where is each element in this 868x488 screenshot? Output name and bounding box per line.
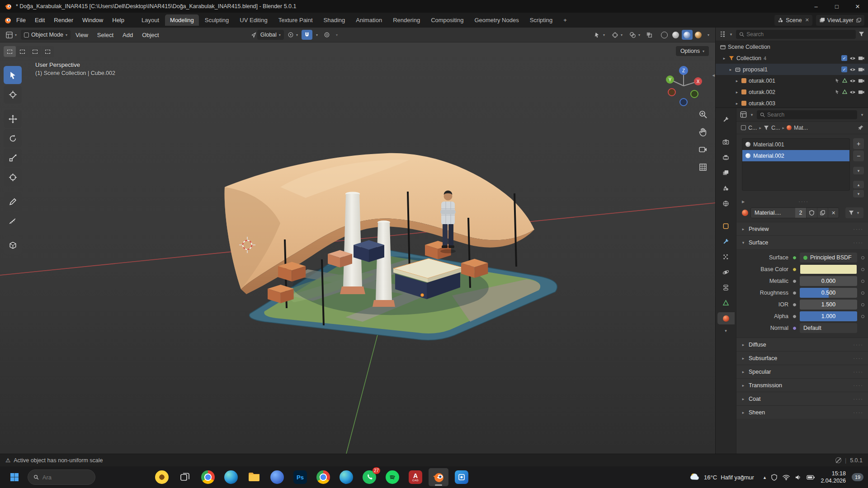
menu-render[interactable]: Render <box>50 14 77 26</box>
properties-search-input[interactable] <box>767 112 854 118</box>
proportional-edit-toggle[interactable] <box>321 30 332 40</box>
scale-tool[interactable] <box>4 149 22 167</box>
close-button[interactable]: ✕ <box>847 0 868 13</box>
blender-menu-logo-icon[interactable] <box>4 16 11 24</box>
wifi-icon[interactable] <box>783 474 790 480</box>
move-tool[interactable] <box>4 110 22 128</box>
camera-visibility-icon[interactable] <box>858 67 864 72</box>
snap-toggle[interactable] <box>302 30 312 40</box>
gizmo-z-neg[interactable] <box>680 99 687 106</box>
add-slot-button[interactable]: + <box>853 138 864 149</box>
keyframe-dot[interactable] <box>861 268 864 271</box>
app-whatsapp[interactable]: 27 <box>359 468 379 486</box>
keyframe-dot[interactable] <box>861 303 864 306</box>
mesh-data-icon[interactable] <box>842 78 847 83</box>
overlays-dropdown[interactable]: ▾ <box>626 30 643 40</box>
tray-security-icon[interactable] <box>771 474 778 481</box>
notification-count-badge[interactable]: 19 <box>852 473 863 481</box>
xray-toggle[interactable] <box>644 30 655 40</box>
editor-type-button[interactable]: ▾ <box>3 30 20 40</box>
workspace-tab-shading[interactable]: Shading <box>319 14 350 26</box>
breadcrumb-material[interactable]: Mat... <box>794 125 808 131</box>
surface-section-header[interactable]: ▾ Surface ···· <box>736 235 868 249</box>
collection-checkbox[interactable]: ✓ <box>841 55 847 61</box>
eye-icon[interactable] <box>849 79 856 83</box>
outliner-row-oturak-002[interactable]: ▸ oturak.002 <box>716 86 868 98</box>
taskbar-search-input[interactable] <box>42 474 90 481</box>
task-view-button[interactable] <box>175 468 195 486</box>
app-blender-active[interactable] <box>429 468 448 486</box>
orientation-selector[interactable]: Global ▾ <box>257 30 284 40</box>
tab-tool[interactable] <box>717 113 735 126</box>
tab-modifiers[interactable] <box>717 235 735 248</box>
workspace-tab-layout[interactable]: Layout <box>137 14 164 26</box>
volume-icon[interactable] <box>795 474 802 480</box>
zoom-button[interactable] <box>696 108 710 121</box>
workspace-tab-texture-paint[interactable]: Texture Paint <box>274 14 318 26</box>
alpha-slider[interactable]: 1.000 <box>800 311 857 321</box>
gizmo-y-neg[interactable] <box>691 90 698 98</box>
keyframe-dot[interactable] <box>861 291 864 295</box>
filter-icon[interactable] <box>859 31 864 37</box>
tab-object[interactable] <box>717 220 735 232</box>
app-spotify[interactable] <box>382 468 402 486</box>
select-set-button[interactable] <box>4 46 16 57</box>
base-color-swatch[interactable] <box>800 264 857 274</box>
keyframe-dot[interactable] <box>861 315 864 318</box>
menu-view[interactable]: View <box>71 29 92 41</box>
outliner-editor-icon[interactable] <box>719 31 726 38</box>
outliner-row-oturak-001[interactable]: ▸ oturak.001 <box>716 75 868 86</box>
workspace-tab-geometry-nodes[interactable]: Geometry Nodes <box>469 14 524 26</box>
shading-rendered-button[interactable] <box>693 30 704 40</box>
panel-collapse-arrow[interactable]: ◂ <box>712 72 715 78</box>
annotate-tool[interactable] <box>4 192 22 211</box>
proposal1-checkbox[interactable]: ✓ <box>841 66 847 72</box>
menu-object[interactable]: Object <box>138 29 163 41</box>
material-link-dropdown[interactable]: ▾ <box>845 207 863 218</box>
breadcrumb-object[interactable]: C... <box>748 125 757 131</box>
3d-viewport[interactable]: User Perspective (1) Scene Collection | … <box>0 42 715 454</box>
ortho-toggle-button[interactable] <box>696 160 710 174</box>
tab-render[interactable] <box>717 136 735 148</box>
transform-tool[interactable] <box>4 168 22 186</box>
keyframe-dot[interactable] <box>861 280 864 283</box>
coat-section-header[interactable]: ▸ Coat ···· <box>736 392 868 405</box>
properties-editor-icon[interactable] <box>740 111 747 118</box>
select-subtract-button[interactable] <box>29 46 41 57</box>
pivot-point-selector[interactable]: ▾ <box>284 30 301 40</box>
pin-icon[interactable] <box>858 125 863 131</box>
weather-widget[interactable]: 16°C Hafif yağmur <box>686 470 758 484</box>
scene-selector[interactable]: Scene ✕ <box>774 15 812 26</box>
tab-physics[interactable] <box>717 266 735 278</box>
app-edge[interactable] <box>221 468 241 486</box>
metallic-slider[interactable]: 0.000 <box>800 276 857 286</box>
navigation-gizmo[interactable]: Z Y X <box>665 64 703 108</box>
rotate-tool[interactable] <box>4 129 22 147</box>
properties-search[interactable] <box>757 110 857 119</box>
cursor-tool[interactable] <box>4 85 22 103</box>
specular-section-header[interactable]: ▸ Specular ···· <box>736 365 868 378</box>
maximize-button[interactable]: □ <box>826 0 847 13</box>
tab-particles[interactable] <box>717 251 735 263</box>
material-slot-1[interactable]: Material.001 <box>742 139 849 150</box>
preview-section-header[interactable]: ▸ Preview ···· <box>736 222 868 235</box>
add-cube-tool[interactable] <box>4 236 22 254</box>
selectability-dropdown[interactable]: ▾ <box>591 30 608 40</box>
menu-help[interactable]: Help <box>108 14 128 26</box>
shading-material-button[interactable] <box>682 30 693 40</box>
keyframe-dot[interactable] <box>861 256 864 259</box>
app-photoshop[interactable]: Ps <box>290 468 310 486</box>
workspace-tab-sculpting[interactable]: Sculpting <box>200 14 234 26</box>
tab-world[interactable] <box>717 197 735 210</box>
gizmos-dropdown[interactable]: ▾ <box>609 30 626 40</box>
breadcrumb-data[interactable]: C... <box>771 125 780 131</box>
viewport-canvas[interactable] <box>0 42 715 454</box>
subsurface-section-header[interactable]: ▸ Subsurface ···· <box>736 351 868 365</box>
select-state-icon[interactable] <box>835 78 840 83</box>
workspace-tab-compositing[interactable]: Compositing <box>426 14 468 26</box>
gizmo-x-neg[interactable] <box>668 89 675 96</box>
taskbar-clock[interactable]: 15:18 2.04.2026 <box>821 470 846 485</box>
shading-settings[interactable]: ▾ <box>704 31 712 39</box>
mesh-data-icon[interactable] <box>842 89 847 94</box>
unlink-material-button[interactable]: ✕ <box>828 208 839 218</box>
